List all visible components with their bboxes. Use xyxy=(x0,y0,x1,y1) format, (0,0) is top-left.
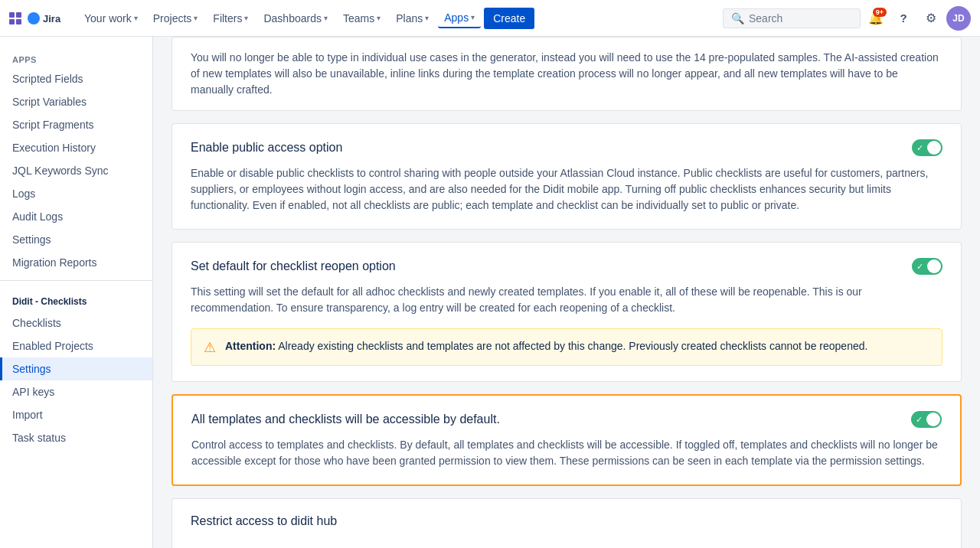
sidebar-item-checklists[interactable]: Checklists xyxy=(0,312,152,334)
notifications-button[interactable]: 🔔 9+ xyxy=(864,6,888,31)
gear-icon: ⚙ xyxy=(926,11,936,25)
toggle-track[interactable]: ✓ xyxy=(911,411,942,428)
card-set-default-reopen: Set default for checklist reopen option … xyxy=(172,242,962,382)
page-layout: Apps Scripted Fields Script Variables Sc… xyxy=(0,37,980,548)
toggle-thumb xyxy=(926,413,940,426)
nav-plans[interactable]: Plans ▾ xyxy=(390,9,435,28)
create-button[interactable]: Create xyxy=(484,8,534,29)
alert-box: ⚠ Attention: Already existing checklists… xyxy=(191,328,942,366)
sidebar-item-import[interactable]: Import xyxy=(0,403,152,426)
nav-filters[interactable]: Filters ▾ xyxy=(207,9,254,28)
card-all-templates-accessible: All templates and checklists will be acc… xyxy=(172,394,962,486)
nav-teams[interactable]: Teams ▾ xyxy=(337,9,387,28)
toggle-thumb xyxy=(927,141,941,155)
help-button[interactable]: ? xyxy=(891,6,916,31)
sidebar-item-api-keys[interactable]: API keys xyxy=(0,380,152,403)
chevron-down-icon: ▾ xyxy=(134,14,138,22)
nav-apps[interactable]: Apps ▾ xyxy=(438,8,481,28)
sidebar-section-header: Apps xyxy=(0,49,152,67)
sidebar-item-settings-active[interactable]: Settings xyxy=(0,357,152,380)
search-icon: 🔍 xyxy=(731,12,744,24)
toggle-reopen[interactable]: ✓ xyxy=(912,258,942,275)
notification-badge: 9+ xyxy=(873,8,887,17)
intro-text-block: You will no longer be able to type in in… xyxy=(172,37,962,111)
sidebar-item-execution-history[interactable]: Execution History xyxy=(0,136,152,159)
chevron-down-icon: ▾ xyxy=(377,14,381,22)
toggle-track[interactable]: ✓ xyxy=(912,139,942,156)
card-title: All templates and checklists will be acc… xyxy=(191,413,500,426)
card-title: Set default for checklist reopen option xyxy=(191,259,396,273)
card-title: Enable public access option xyxy=(191,141,342,155)
sidebar-item-task-status[interactable]: Task status xyxy=(0,426,152,449)
topnav: Jira Your work ▾ Projects ▾ Filters ▾ Da… xyxy=(0,0,980,37)
sidebar-item-scripted-fields[interactable]: Scripted Fields xyxy=(0,67,152,90)
nav-dashboards[interactable]: Dashboards ▾ xyxy=(257,9,334,28)
avatar[interactable]: JD xyxy=(946,6,971,31)
warning-icon: ⚠ xyxy=(204,339,216,356)
search-placeholder: Search xyxy=(749,12,782,24)
alert-body: Already existing checklists and template… xyxy=(276,340,867,352)
sidebar-item-audit-logs[interactable]: Audit Logs xyxy=(0,205,152,228)
sidebar-item-settings-top[interactable]: Settings xyxy=(0,228,152,251)
main-content: You will no longer be able to type in in… xyxy=(153,37,980,548)
app-switcher-icon[interactable] xyxy=(9,12,21,24)
sidebar-item-enabled-projects[interactable]: Enabled Projects xyxy=(0,334,152,357)
logo-area[interactable]: Jira xyxy=(9,11,72,26)
check-icon: ✓ xyxy=(916,262,923,272)
search-bar[interactable]: 🔍 Search xyxy=(723,8,861,28)
svg-point-0 xyxy=(28,12,40,24)
sidebar-item-logs[interactable]: Logs xyxy=(0,182,152,205)
help-icon: ? xyxy=(900,11,906,24)
chevron-down-icon: ▾ xyxy=(244,14,248,22)
chevron-down-icon: ▾ xyxy=(471,13,475,21)
chevron-down-icon: ▾ xyxy=(425,14,429,22)
check-icon: ✓ xyxy=(916,143,923,153)
card-title: Restrict access to didit hub xyxy=(191,514,337,528)
sidebar-group-label: Didit - Checklists xyxy=(0,287,152,312)
card-restrict-access: Restrict access to didit hub xyxy=(172,498,962,548)
nav-your-work[interactable]: Your work ▾ xyxy=(78,9,144,28)
card-description: This setting will set the default for al… xyxy=(191,284,942,316)
settings-button[interactable]: ⚙ xyxy=(919,6,943,31)
sidebar-item-migration-reports[interactable]: Migration Reports xyxy=(0,251,152,274)
sidebar-item-script-variables[interactable]: Script Variables xyxy=(0,90,152,113)
sidebar: Apps Scripted Fields Script Variables Sc… xyxy=(0,37,153,548)
toggle-track[interactable]: ✓ xyxy=(912,258,942,275)
toggle-all-templates[interactable]: ✓ xyxy=(911,411,942,428)
chevron-down-icon: ▾ xyxy=(324,14,328,22)
sidebar-item-script-fragments[interactable]: Script Fragments xyxy=(0,113,152,136)
toggle-enable-public-access[interactable]: ✓ xyxy=(912,139,942,156)
check-icon: ✓ xyxy=(916,415,923,425)
card-description: Control access to templates and checklis… xyxy=(191,437,942,469)
alert-text: Attention: Already existing checklists a… xyxy=(225,338,867,356)
chevron-down-icon: ▾ xyxy=(194,14,198,22)
card-header: All templates and checklists will be acc… xyxy=(191,411,942,428)
card-enable-public-access: Enable public access option ✓ Enable or … xyxy=(172,123,962,230)
alert-bold-label: Attention: xyxy=(225,340,276,352)
sidebar-item-jql-keywords-sync[interactable]: JQL Keywords Sync xyxy=(0,159,152,182)
toggle-thumb xyxy=(927,259,941,273)
card-header: Set default for checklist reopen option … xyxy=(191,258,942,275)
jira-logo: Jira xyxy=(26,11,72,26)
nav-projects[interactable]: Projects ▾ xyxy=(147,9,204,28)
sidebar-divider xyxy=(0,280,152,281)
card-description: Enable or disable public checklists to c… xyxy=(191,165,942,214)
card-header: Enable public access option ✓ xyxy=(191,139,942,156)
svg-text:Jira: Jira xyxy=(43,13,61,24)
topnav-icons: 🔔 9+ ? ⚙ JD xyxy=(864,6,971,31)
intro-text: You will no longer be able to type in in… xyxy=(191,51,939,96)
card-header: Restrict access to didit hub xyxy=(191,514,942,528)
